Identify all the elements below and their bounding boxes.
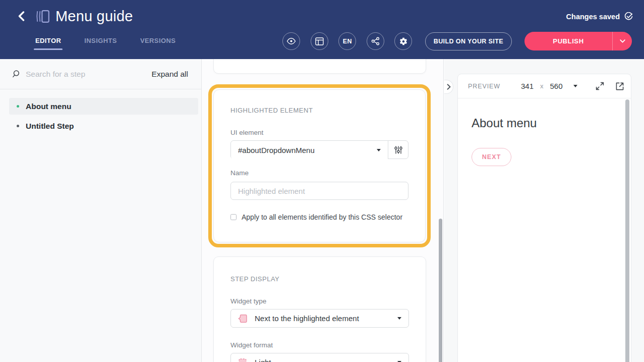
preview-next-button[interactable]: NEXT: [472, 148, 511, 166]
ui-element-label: UI element: [230, 129, 408, 136]
preview-scrollbar-thumb[interactable]: [625, 99, 629, 362]
ui-element-select[interactable]: #aboutDropdownMenu: [231, 141, 388, 160]
step-search-row: Expand all: [0, 59, 201, 89]
preview-step-title: About menu: [472, 116, 631, 130]
step-label: Untitled Step: [26, 122, 74, 131]
top-toolbar: EN BUILD ON YOUR SITE PUBLISH: [272, 32, 632, 50]
preview-size-dropdown[interactable]: 341 x 560: [521, 82, 577, 90]
preview-size-caret-icon: [573, 85, 577, 87]
editor-panel: HIGHLIGHTED ELEMENT UI element #aboutDro…: [202, 59, 444, 362]
widget-type-label: Widget type: [230, 297, 409, 305]
ui-element-value: #aboutDropdownMenu: [238, 146, 377, 154]
step-status-dot: [17, 125, 19, 127]
open-in-new-icon: [615, 82, 624, 91]
search-icon: [13, 70, 21, 78]
layout-button[interactable]: [311, 32, 328, 50]
section-title-step-display: STEP DISPLAY: [230, 275, 409, 283]
preview-card: PREVIEW 341 x 560: [457, 74, 631, 362]
changes-saved-text: Changes saved: [566, 13, 620, 21]
publish-split-button: PUBLISH: [524, 32, 632, 50]
top-bar: Menu guide Changes saved EDITOR INSIGHTS…: [0, 0, 644, 59]
tab-versions[interactable]: VERSIONS: [140, 34, 175, 51]
eye-icon: [286, 36, 296, 46]
step-list: About menuUntitled Step: [0, 98, 201, 137]
widget-format-select[interactable]: Light: [230, 353, 409, 362]
expand-all-button[interactable]: Expand all: [152, 70, 188, 79]
open-in-new-tab-button[interactable]: [615, 82, 624, 91]
chevron-right-icon: [447, 84, 451, 90]
chevron-down-icon: [620, 39, 625, 43]
apply-to-all-checkbox[interactable]: [230, 214, 237, 220]
step-item-untitled-step[interactable]: Untitled Step: [9, 118, 198, 134]
highlighted-element-card: HIGHLIGHTED ELEMENT UI element #aboutDro…: [213, 89, 426, 242]
previous-settings-card: [213, 59, 426, 74]
tab-editor-label: EDITOR: [35, 37, 61, 44]
step-label: About menu: [26, 102, 71, 111]
highlighted-card-outline: HIGHLIGHTED ELEMENT UI element #aboutDro…: [208, 84, 431, 247]
preview-title: PREVIEW: [468, 83, 500, 90]
preview-width-value: 341: [521, 82, 534, 90]
app-window: Menu guide Changes saved EDITOR INSIGHTS…: [0, 0, 644, 362]
tab-editor[interactable]: EDITOR: [35, 34, 61, 51]
tab-versions-label: VERSIONS: [140, 37, 175, 44]
section-title-highlighted-element: HIGHLIGHTED ELEMENT: [230, 107, 408, 114]
guide-logo-icon: [36, 10, 49, 23]
gear-icon: [399, 37, 408, 46]
preview-eye-button[interactable]: [282, 32, 300, 50]
changes-saved-status: Changes saved: [566, 12, 633, 21]
settings-button[interactable]: [394, 32, 412, 50]
active-tab-underline: [34, 48, 63, 50]
preview-size-separator: x: [540, 82, 544, 90]
page-title: Menu guide: [55, 8, 133, 25]
tooltip-widget-icon: [238, 314, 247, 323]
widget-format-value: Light: [255, 358, 397, 362]
widget-format-icon: [238, 358, 247, 362]
share-icon: [371, 37, 380, 45]
apply-to-all-row: Apply to all elements identified by this…: [230, 213, 408, 221]
preview-fullscreen-button[interactable]: [596, 82, 604, 90]
back-button[interactable]: [15, 10, 27, 23]
select-caret-icon: [397, 317, 401, 320]
share-button[interactable]: [367, 32, 384, 50]
step-item-about-menu[interactable]: About menu: [9, 98, 198, 115]
select-caret-icon: [377, 149, 381, 151]
tab-insights-label: INSIGHTS: [84, 37, 117, 44]
publish-button[interactable]: PUBLISH: [524, 32, 612, 50]
step-status-dot: [17, 105, 19, 108]
language-button[interactable]: EN: [338, 32, 356, 50]
tab-insights[interactable]: INSIGHTS: [84, 34, 117, 51]
widget-format-label: Widget format: [230, 341, 409, 349]
preview-height-value: 560: [550, 82, 562, 90]
element-name-input[interactable]: [230, 182, 408, 200]
editor-tabs: EDITOR INSIGHTS VERSIONS: [35, 34, 175, 51]
preview-body: About menu NEXT: [458, 98, 631, 362]
layout-icon: [315, 37, 324, 45]
widget-type-select[interactable]: Next to the highlighted element: [230, 309, 409, 328]
widget-type-value: Next to the highlighted element: [255, 314, 397, 323]
back-chevron-icon: [18, 11, 25, 21]
step-search-input[interactable]: [26, 70, 152, 79]
steps-sidebar: Expand all About menuUntitled Step: [0, 59, 202, 362]
language-label: EN: [343, 38, 352, 45]
saved-check-icon: [624, 12, 633, 21]
apply-to-all-label: Apply to all elements identified by this…: [242, 213, 402, 221]
element-selector-settings-button[interactable]: [388, 141, 408, 159]
preview-header: PREVIEW 341 x 560: [458, 74, 631, 98]
preview-panel: PREVIEW 341 x 560: [444, 59, 644, 362]
name-label: Name: [230, 169, 408, 177]
step-display-card: STEP DISPLAY Widget type Next to the hig…: [213, 256, 426, 362]
workspace: Expand all About menuUntitled Step HIGHL…: [0, 59, 644, 362]
tune-sliders-icon: [394, 145, 403, 154]
publish-dropdown-button[interactable]: [612, 32, 632, 50]
expand-arrows-icon: [596, 82, 604, 90]
editor-scrollbar-thumb[interactable]: [439, 219, 442, 362]
build-on-your-site-button[interactable]: BUILD ON YOUR SITE: [425, 32, 512, 50]
ui-element-control: #aboutDropdownMenu: [230, 140, 408, 159]
